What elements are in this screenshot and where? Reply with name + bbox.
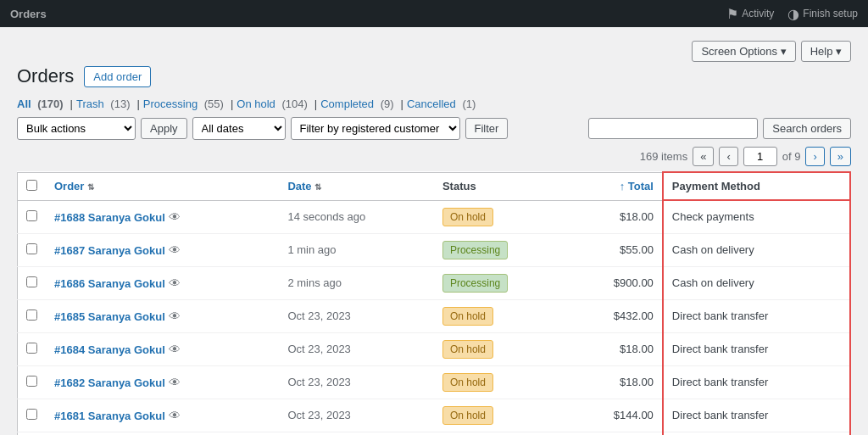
- pag-last-button[interactable]: »: [830, 147, 851, 166]
- status-tab-cancelled[interactable]: Cancelled (1): [407, 98, 479, 110]
- row-checkbox[interactable]: [26, 343, 37, 354]
- row-date-cell: 1 min ago: [279, 233, 434, 266]
- order-link[interactable]: #1682 Saranya Gokul: [54, 376, 165, 389]
- tab-separator: |: [401, 98, 403, 110]
- row-date-cell: Oct 23, 2023: [279, 299, 434, 332]
- view-order-icon[interactable]: 👁: [165, 310, 181, 323]
- pag-first-button[interactable]: «: [693, 147, 714, 166]
- row-order-cell: #1685 Saranya Gokul 👁: [46, 299, 279, 332]
- row-checkbox[interactable]: [26, 409, 37, 420]
- pagination-bar: 169 items « ‹ of 9 › »: [17, 147, 851, 166]
- order-link[interactable]: #1684 Saranya Gokul: [54, 343, 165, 356]
- row-status-cell: On hold: [434, 332, 569, 365]
- order-link[interactable]: #1686 Saranya Gokul: [54, 277, 165, 290]
- row-order-cell: #1686 Saranya Gokul 👁: [46, 266, 279, 299]
- row-checkbox-cell: [18, 266, 47, 299]
- tab-separator: |: [70, 98, 73, 110]
- row-checkbox[interactable]: [26, 376, 37, 387]
- finish-setup-icon: ◑: [787, 6, 799, 22]
- row-checkbox[interactable]: [26, 276, 37, 287]
- row-status-cell: On hold: [434, 200, 569, 233]
- row-status-cell: On hold: [434, 432, 569, 435]
- row-checkbox[interactable]: [26, 310, 37, 321]
- row-total-cell: $144.00: [569, 399, 663, 432]
- row-total-cell: $432.00: [569, 299, 663, 332]
- pag-next-button[interactable]: ›: [805, 147, 824, 166]
- tab-count-all: (170): [35, 98, 64, 110]
- admin-top-bar: Orders ⚑ Activity ◑ Finish setup: [0, 0, 868, 27]
- row-order-cell: #1681 Saranya Gokul 👁: [46, 399, 279, 432]
- status-badge: On hold: [442, 307, 493, 326]
- activity-button[interactable]: ⚑ Activity: [726, 6, 774, 22]
- status-badge: On hold: [442, 340, 493, 359]
- search-orders-button[interactable]: Search orders: [763, 118, 851, 139]
- order-sort-icon: ⇅: [87, 182, 94, 192]
- top-bar-right: ⚑ Activity ◑ Finish setup: [726, 6, 858, 22]
- orders-tbody: #1688 Saranya Gokul 👁14 seconds agoOn ho…: [18, 200, 851, 435]
- page-header: Orders Add order: [17, 65, 851, 87]
- items-count: 169 items: [640, 150, 687, 163]
- status-tab-all[interactable]: All (170): [17, 98, 67, 110]
- pag-prev-button[interactable]: ‹: [719, 147, 737, 166]
- table-row: #1685 Saranya Gokul 👁Oct 23, 2023On hold…: [18, 299, 851, 332]
- search-area: Search orders: [588, 118, 851, 139]
- status-tab-on-hold[interactable]: On hold (104): [236, 98, 311, 110]
- col-payment-header: Payment Method: [663, 172, 850, 200]
- order-link[interactable]: #1685 Saranya Gokul: [54, 310, 165, 323]
- status-tab-processing[interactable]: Processing (55): [143, 98, 227, 110]
- order-link[interactable]: #1681 Saranya Gokul: [54, 410, 165, 422]
- search-input[interactable]: [588, 118, 758, 139]
- filter-by-customer-select[interactable]: Filter by registered customer: [291, 117, 460, 140]
- status-tab-completed[interactable]: Completed (9): [320, 98, 397, 110]
- finish-setup-button[interactable]: ◑ Finish setup: [787, 6, 858, 22]
- row-payment-cell: Direct bank transfer: [663, 432, 850, 435]
- status-tab-trash[interactable]: Trash (13): [76, 98, 133, 110]
- row-total-cell: $900.00: [569, 266, 663, 299]
- row-order-cell: #1684 Saranya Gokul 👁: [46, 332, 279, 365]
- tab-count-completed: (9): [377, 98, 394, 110]
- row-total-cell: $51.00: [569, 432, 663, 435]
- row-checkbox-cell: [18, 200, 47, 233]
- tab-count-on-hold: (104): [279, 98, 308, 110]
- row-status-cell: Processing: [434, 266, 569, 299]
- pag-current-page[interactable]: [743, 147, 777, 166]
- help-button[interactable]: Help ▾: [801, 41, 851, 62]
- view-order-icon[interactable]: 👁: [165, 376, 181, 389]
- view-order-icon[interactable]: 👁: [165, 276, 181, 290]
- select-all-checkbox[interactable]: [26, 180, 37, 191]
- bulk-actions-select[interactable]: Bulk actions: [17, 117, 136, 140]
- apply-button[interactable]: Apply: [141, 118, 187, 139]
- add-order-button[interactable]: Add order: [84, 66, 151, 87]
- order-link[interactable]: #1687 Saranya Gokul: [54, 244, 165, 257]
- row-checkbox-cell: [18, 332, 47, 365]
- status-badge: Processing: [442, 241, 508, 259]
- tab-count-trash: (13): [108, 98, 131, 110]
- col-date-header[interactable]: Date ⇅: [279, 172, 434, 200]
- row-status-cell: Processing: [434, 233, 569, 266]
- row-checkbox[interactable]: [26, 210, 37, 221]
- col-total-header[interactable]: ↑ Total: [569, 172, 663, 200]
- tab-separator: |: [314, 98, 317, 110]
- view-order-icon[interactable]: 👁: [165, 243, 181, 257]
- table-row: #1688 Saranya Gokul 👁14 seconds agoOn ho…: [18, 200, 851, 233]
- view-order-icon[interactable]: 👁: [165, 210, 181, 224]
- row-date-cell: Oct 23, 2023: [279, 365, 434, 399]
- screen-options-button[interactable]: Screen Options ▾: [692, 41, 795, 62]
- row-status-cell: On hold: [434, 299, 569, 332]
- row-order-cell: #1661 Saranya Gokul 👁: [46, 432, 279, 435]
- row-payment-cell: Direct bank transfer: [663, 299, 850, 332]
- status-badge: On hold: [442, 208, 493, 226]
- view-order-icon[interactable]: 👁: [165, 343, 181, 356]
- all-dates-select[interactable]: All dates: [192, 117, 286, 140]
- row-checkbox[interactable]: [26, 243, 37, 254]
- view-order-icon[interactable]: 👁: [165, 409, 181, 422]
- col-check-header: [18, 172, 47, 200]
- filter-button[interactable]: Filter: [465, 118, 509, 139]
- table-row: #1684 Saranya Gokul 👁Oct 23, 2023On hold…: [18, 332, 851, 365]
- order-link[interactable]: #1688 Saranya Gokul: [54, 211, 165, 224]
- col-order-header[interactable]: Order ⇅: [46, 172, 279, 200]
- row-date-cell: 2 mins ago: [279, 266, 434, 299]
- tab-count-cancelled: (1): [459, 98, 476, 110]
- status-badge: On hold: [442, 373, 493, 392]
- table-row: #1661 Saranya Gokul 👁Oct 17, 2023On hold…: [18, 432, 851, 435]
